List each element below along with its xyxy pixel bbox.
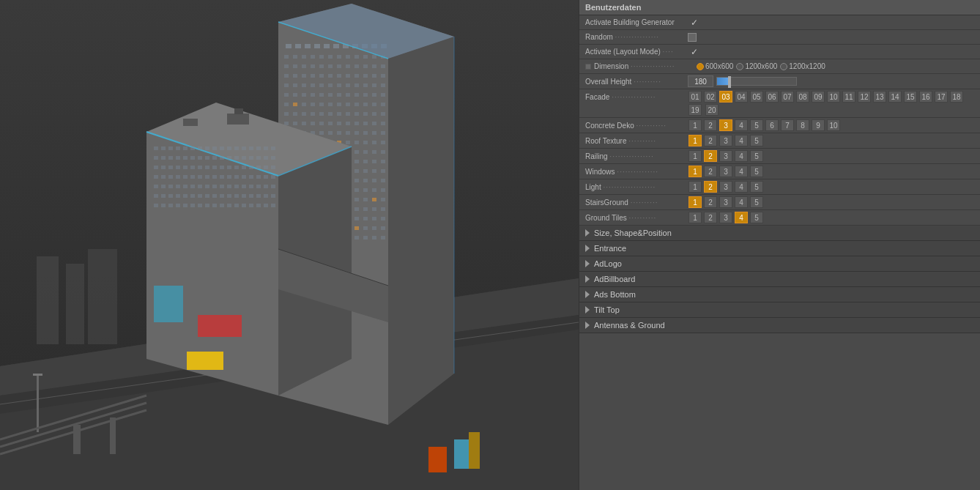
activate-building-generator-label: Activate Building Generator bbox=[585, 18, 688, 26]
concrete-btn-2[interactable]: 2 bbox=[704, 119, 717, 131]
ground-tiles-btn-2[interactable]: 2 bbox=[704, 212, 717, 223]
facade-btn-17[interactable]: 17 bbox=[935, 91, 948, 103]
facade-btn-18[interactable]: 18 bbox=[950, 91, 963, 103]
svg-rect-337 bbox=[234, 175, 239, 179]
railing-btn-4[interactable]: 4 bbox=[735, 150, 748, 162]
ground-tiles-btn-4[interactable]: 4 bbox=[735, 212, 748, 223]
svg-rect-37 bbox=[311, 64, 315, 68]
stairs-btn-5[interactable]: 5 bbox=[750, 196, 763, 208]
facade-btn-05[interactable]: 05 bbox=[750, 91, 763, 103]
stairs-btn-2[interactable]: 2 bbox=[704, 196, 717, 208]
ground-tiles-btn-5[interactable]: 5 bbox=[750, 212, 763, 223]
dimension-1200x1200-radio[interactable] bbox=[780, 63, 787, 70]
svg-rect-260 bbox=[372, 236, 376, 240]
svg-rect-340 bbox=[256, 175, 261, 179]
concrete-btn-9[interactable]: 9 bbox=[812, 119, 825, 131]
adbillboard-section[interactable]: AdBillboard bbox=[579, 272, 980, 287]
dimension-1200x600-option[interactable]: 1200x600 bbox=[736, 62, 777, 70]
svg-rect-305 bbox=[249, 156, 253, 160]
svg-rect-236 bbox=[372, 217, 376, 220]
svg-rect-63 bbox=[328, 83, 333, 87]
railing-btn-1[interactable]: 1 bbox=[688, 150, 702, 162]
concrete-btn-3[interactable]: 3 bbox=[719, 119, 732, 131]
svg-rect-187 bbox=[363, 179, 368, 182]
light-btn-4[interactable]: 4 bbox=[735, 181, 748, 193]
roof-texture-btn-1[interactable]: 1 bbox=[688, 135, 702, 146]
stairs-btn-4[interactable]: 4 bbox=[735, 196, 748, 208]
dimension-600x600-option[interactable]: 600x600 bbox=[697, 62, 733, 70]
light-btn-2[interactable]: 2 bbox=[704, 181, 717, 193]
svg-rect-29 bbox=[346, 55, 350, 59]
facade-btn-11[interactable]: 11 bbox=[842, 91, 855, 103]
overall-height-slider[interactable] bbox=[716, 77, 797, 86]
facade-btn-15[interactable]: 15 bbox=[904, 91, 917, 103]
light-btn-5[interactable]: 5 bbox=[750, 181, 763, 193]
facade-btn-04[interactable]: 04 bbox=[735, 91, 748, 103]
overall-height-input[interactable] bbox=[688, 75, 713, 87]
concrete-btn-6[interactable]: 6 bbox=[765, 119, 779, 131]
random-checkbox[interactable] bbox=[688, 33, 697, 42]
size-shape-position-section[interactable]: Size, Shape&Position bbox=[579, 226, 980, 241]
roof-texture-btn-5[interactable]: 5 bbox=[750, 135, 763, 146]
stairs-btn-3[interactable]: 3 bbox=[719, 196, 732, 208]
stairs-btn-1[interactable]: 1 bbox=[688, 196, 702, 208]
facade-btn-07[interactable]: 07 bbox=[781, 91, 794, 103]
light-btn-1[interactable]: 1 bbox=[688, 181, 702, 193]
facade-btn-01[interactable]: 01 bbox=[688, 91, 702, 103]
tilt-top-section[interactable]: Tilt Top bbox=[579, 302, 980, 318]
facade-btn-08[interactable]: 08 bbox=[796, 91, 809, 103]
dimension-1200x1200-option[interactable]: 1200x1200 bbox=[780, 62, 825, 70]
concrete-btn-7[interactable]: 7 bbox=[781, 119, 794, 131]
ground-tiles-btn-1[interactable]: 1 bbox=[688, 212, 702, 223]
railing-btn-5[interactable]: 5 bbox=[750, 150, 763, 162]
svg-rect-330 bbox=[183, 175, 188, 179]
dimension-controls: 600x600 1200x600 1200x1200 bbox=[697, 62, 825, 70]
concrete-btn-5[interactable]: 5 bbox=[750, 119, 763, 131]
railing-btn-3[interactable]: 3 bbox=[719, 150, 732, 162]
windows-btn-5[interactable]: 5 bbox=[750, 166, 763, 177]
facade-btn-14[interactable]: 14 bbox=[888, 91, 902, 103]
entrance-section[interactable]: Entrance bbox=[579, 241, 980, 256]
windows-btn-4[interactable]: 4 bbox=[735, 166, 748, 177]
ads-bottom-triangle-icon bbox=[585, 291, 590, 298]
random-row: Random ················ bbox=[579, 30, 980, 45]
dimension-1200x600-radio[interactable] bbox=[736, 63, 743, 70]
facade-btn-06[interactable]: 06 bbox=[765, 91, 779, 103]
ads-bottom-section[interactable]: Ads Bottom bbox=[579, 287, 980, 302]
adlogo-section[interactable]: AdLogo bbox=[579, 256, 980, 272]
svg-rect-284 bbox=[220, 146, 224, 150]
facade-btn-12[interactable]: 12 bbox=[858, 91, 871, 103]
railing-btn-2[interactable]: 2 bbox=[704, 150, 717, 162]
ground-tiles-btn-3[interactable]: 3 bbox=[719, 212, 732, 223]
concrete-btn-1[interactable]: 1 bbox=[688, 119, 702, 131]
svg-rect-104 bbox=[372, 112, 376, 116]
adbillboard-triangle-icon bbox=[585, 275, 590, 283]
facade-btn-19[interactable]: 19 bbox=[688, 104, 702, 116]
activate-building-generator-checkmark[interactable]: ✓ bbox=[691, 18, 698, 28]
windows-btn-2[interactable]: 2 bbox=[704, 166, 717, 177]
adbillboard-label: AdBillboard bbox=[594, 275, 635, 283]
activate-layout-mode-checkmark[interactable]: ✓ bbox=[691, 47, 698, 57]
windows-btn-3[interactable]: 3 bbox=[719, 166, 732, 177]
svg-rect-76 bbox=[337, 93, 341, 97]
facade-btn-03[interactable]: 03 bbox=[719, 91, 732, 103]
svg-rect-374 bbox=[256, 194, 261, 198]
facade-btn-13[interactable]: 13 bbox=[873, 91, 886, 103]
facade-btn-20[interactable]: 20 bbox=[705, 104, 719, 116]
svg-rect-141 bbox=[381, 141, 385, 144]
roof-texture-btn-4[interactable]: 4 bbox=[735, 135, 748, 146]
concrete-btn-4[interactable]: 4 bbox=[735, 119, 748, 131]
facade-btn-10[interactable]: 10 bbox=[827, 91, 840, 103]
facade-btn-02[interactable]: 02 bbox=[704, 91, 717, 103]
dimension-600x600-radio[interactable] bbox=[697, 63, 704, 70]
roof-texture-btn-2[interactable]: 2 bbox=[704, 135, 717, 146]
facade-btn-09[interactable]: 09 bbox=[812, 91, 825, 103]
facade-btn-16[interactable]: 16 bbox=[919, 91, 932, 103]
roof-texture-btn-3[interactable]: 3 bbox=[719, 135, 732, 146]
windows-btn-1[interactable]: 1 bbox=[688, 166, 702, 177]
concrete-btn-8[interactable]: 8 bbox=[796, 119, 809, 131]
concrete-btn-10[interactable]: 10 bbox=[827, 119, 840, 131]
antennas-ground-section[interactable]: Antennas & Ground bbox=[579, 318, 980, 333]
dimension-row: Dimension ················ 600x600 1200x… bbox=[579, 59, 980, 74]
light-btn-3[interactable]: 3 bbox=[719, 181, 732, 193]
